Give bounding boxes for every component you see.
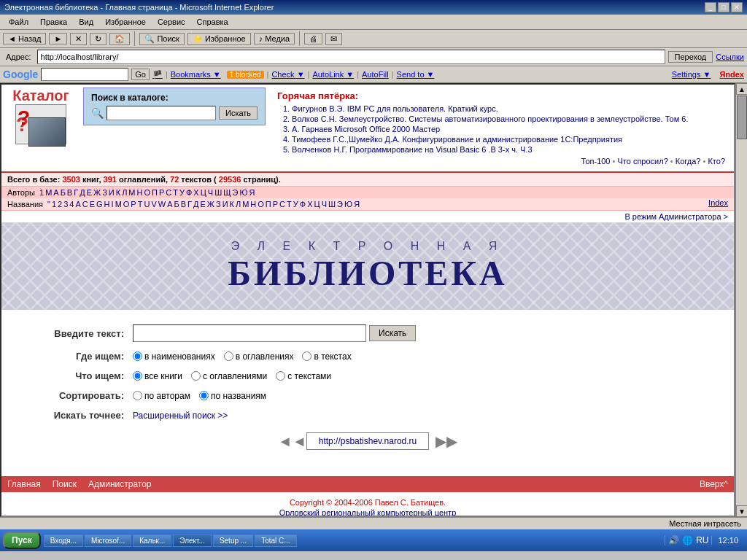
index-link[interactable]: Index: [708, 198, 728, 207]
footer-search-link[interactable]: Поиск: [53, 479, 77, 489]
name-link-cyr-m[interactable]: М: [242, 200, 249, 209]
links-button[interactable]: Ссылки: [716, 52, 744, 61]
author-link-f[interactable]: Ф: [186, 188, 192, 197]
author-link-v[interactable]: В: [67, 188, 72, 197]
name-link-cyr-k[interactable]: К: [230, 200, 234, 209]
close-button[interactable]: ✕: [731, 2, 743, 12]
sort-by-name-option[interactable]: по названиям: [199, 391, 266, 401]
sendto-button[interactable]: Send to ▼: [397, 70, 435, 79]
list-item[interactable]: А. Гарнаев Microsoft Office 2000 Мастер: [292, 125, 725, 133]
name-link-cyr-ts[interactable]: Ц: [314, 200, 320, 209]
author-link-u[interactable]: У: [179, 188, 185, 197]
name-link-1[interactable]: 1: [52, 200, 56, 209]
who-link[interactable]: Кто?: [708, 157, 725, 166]
name-link-U[interactable]: U: [144, 200, 150, 209]
author-link-r[interactable]: Р: [159, 188, 164, 197]
author-link-d[interactable]: Д: [80, 188, 85, 197]
name-link-cyr-t[interactable]: Т: [287, 200, 292, 209]
list-item[interactable]: Волков С.Н. Землеустройство. Системы авт…: [292, 114, 725, 123]
what-allbooks-option[interactable]: все книги: [133, 371, 182, 381]
author-link-e[interactable]: Е: [87, 188, 92, 197]
name-link-W[interactable]: W: [158, 200, 166, 209]
author-link-a[interactable]: А: [53, 188, 58, 197]
settings-button[interactable]: Settings ▼: [672, 70, 711, 79]
author-link-t[interactable]: Т: [173, 188, 178, 197]
maximize-button[interactable]: □: [718, 2, 729, 12]
list-item[interactable]: Волченков Н.Г. Программирование на Visua…: [292, 145, 725, 154]
what-withtoc-radio[interactable]: [191, 371, 201, 381]
where-names-option[interactable]: в наименованиях: [133, 351, 215, 362]
check-button[interactable]: Check ▼: [271, 70, 304, 79]
menu-view[interactable]: Вид: [73, 16, 99, 28]
author-link-z[interactable]: З: [102, 188, 107, 197]
yandex-link[interactable]: Яndex: [719, 70, 744, 79]
autolink-button[interactable]: AutoLink ▼: [312, 70, 354, 79]
name-link-G[interactable]: G: [96, 200, 103, 209]
author-link-b[interactable]: Б: [61, 188, 66, 197]
minimize-button[interactable]: _: [705, 2, 716, 12]
where-names-radio[interactable]: [133, 351, 142, 361]
forward-button[interactable]: ►: [49, 33, 67, 44]
what-withtoc-option[interactable]: с оглавлениями: [191, 371, 267, 381]
sort-by-author-option[interactable]: по авторам: [133, 391, 190, 401]
name-link-A[interactable]: A: [75, 200, 80, 209]
where-toc-radio[interactable]: [224, 351, 233, 361]
author-link-e2[interactable]: Э: [233, 188, 239, 197]
name-link-E[interactable]: E: [90, 200, 95, 209]
name-link-cyr-yu[interactable]: Ю: [344, 200, 352, 209]
taskbar-item-3[interactable]: Элект...: [173, 534, 212, 547]
sort-author-radio[interactable]: [133, 391, 142, 400]
list-item[interactable]: Фигурнов В.Э. IBM PC для пользователя. К…: [292, 104, 725, 113]
author-link-m2[interactable]: М: [128, 188, 135, 197]
menu-favorites[interactable]: Избранное: [99, 16, 152, 28]
name-link-cyr-b[interactable]: Б: [174, 200, 179, 209]
author-link-zh[interactable]: Ж: [93, 188, 101, 197]
footer-admin-link[interactable]: Администратор: [88, 479, 152, 489]
author-link-ch[interactable]: Ч: [208, 188, 213, 197]
where-texts-radio[interactable]: [302, 351, 311, 361]
blocked-badge[interactable]: 1 blocked: [227, 71, 264, 79]
name-link-4[interactable]: 4: [69, 200, 74, 209]
print-button[interactable]: 🖨: [304, 33, 322, 44]
author-link-i[interactable]: И: [109, 188, 115, 197]
name-link-I[interactable]: I: [112, 200, 114, 209]
name-link-P[interactable]: P: [131, 200, 136, 209]
name-link-H[interactable]: H: [104, 200, 110, 209]
website-url[interactable]: http://psbatishev.narod.ru: [319, 436, 417, 446]
catalog-search-input[interactable]: [107, 106, 216, 120]
author-link-n[interactable]: Н: [137, 188, 143, 197]
go-button[interactable]: Переход: [668, 51, 713, 63]
taskbar-item-1[interactable]: Microsof...: [85, 534, 131, 547]
google-flag-icon[interactable]: 🏴: [152, 70, 163, 79]
what-withtexts-radio[interactable]: [276, 371, 285, 381]
name-link-T[interactable]: T: [138, 200, 143, 209]
google-go-button[interactable]: Go: [131, 69, 150, 80]
author-link-o[interactable]: О: [144, 188, 150, 197]
author-link-p[interactable]: П: [152, 188, 158, 197]
name-link-cyr-e2[interactable]: Э: [337, 200, 343, 209]
name-link-cyr-v[interactable]: В: [181, 200, 186, 209]
text-search-input[interactable]: [133, 324, 366, 342]
name-link-cyr-d[interactable]: Д: [193, 200, 198, 209]
main-search-button[interactable]: Искать: [369, 325, 416, 341]
name-link-cyr-sh[interactable]: Ш: [328, 200, 336, 209]
taskbar-item-0[interactable]: Входя...: [44, 534, 83, 547]
name-link-cyr-i[interactable]: И: [222, 200, 228, 209]
back-button[interactable]: ◄ Назад: [3, 33, 46, 44]
menu-file[interactable]: Файл: [3, 16, 34, 28]
name-link-cyr-e[interactable]: Е: [200, 200, 205, 209]
who-asked-link[interactable]: Что спросил?: [617, 157, 667, 166]
when-link[interactable]: Когда?: [676, 157, 701, 166]
where-texts-option[interactable]: в текстах: [302, 351, 351, 362]
scrollbar-thumb[interactable]: [737, 96, 747, 139]
name-link-cyr-z[interactable]: З: [216, 200, 221, 209]
what-withtexts-option[interactable]: с текстами: [276, 371, 331, 381]
name-link-cyr-zh[interactable]: Ж: [207, 200, 214, 209]
name-link-cyr-ya[interactable]: Я: [354, 200, 360, 209]
name-link-M[interactable]: M: [115, 200, 122, 209]
author-link-sh[interactable]: Ш: [214, 188, 222, 197]
top100-link[interactable]: Топ-100: [581, 157, 611, 166]
scrollbar-track[interactable]: [736, 95, 747, 505]
author-link-k[interactable]: К: [116, 188, 120, 197]
footer-up-link[interactable]: Вверх^: [700, 479, 728, 489]
